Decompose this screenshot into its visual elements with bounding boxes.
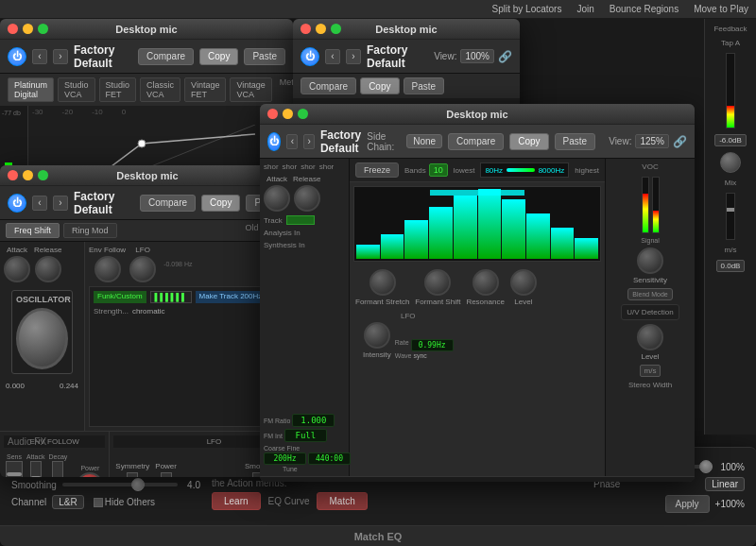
- env-attack-slider[interactable]: [30, 461, 42, 477]
- evoc-copy-button[interactable]: Copy: [509, 133, 548, 150]
- evoc-next[interactable]: ›: [303, 134, 315, 149]
- lfo-power-slider[interactable]: [161, 472, 172, 477]
- comp-tab-studio-vca[interactable]: Studio VCA: [58, 77, 95, 102]
- comp-tab-platinum[interactable]: Platinum Digital: [8, 77, 54, 102]
- evoc-power-button[interactable]: ⏻: [267, 132, 281, 151]
- comp-back-header: ⏻ ‹ › Factory Default Compare Copy Paste: [0, 40, 293, 74]
- close-button[interactable]: [8, 24, 18, 34]
- comp2-copy[interactable]: Copy: [360, 77, 399, 94]
- smoothing-row: Smoothing 4.0: [11, 478, 200, 491]
- evoc-release-knob[interactable]: [294, 185, 320, 212]
- minimize-button[interactable]: [23, 24, 33, 34]
- sens-slider[interactable]: [6, 461, 23, 477]
- comp-back-compare-button[interactable]: Compare: [138, 48, 194, 65]
- smoothing-slider-thumb[interactable]: [131, 478, 145, 491]
- comp2-paste[interactable]: Paste: [404, 77, 445, 94]
- ring-traffic-lights: [8, 170, 48, 180]
- move-to-play[interactable]: Move to Play: [694, 4, 748, 14]
- evoc-link-icon[interactable]: 🔗: [673, 135, 687, 148]
- evoc-formant-shift-knob[interactable]: [424, 269, 451, 296]
- evoc-sidechain-select[interactable]: None: [406, 134, 442, 148]
- uv-detection-box: U/V Detection: [621, 304, 679, 320]
- meter-label[interactable]: Meter: [280, 77, 293, 102]
- comp2-next[interactable]: ›: [346, 49, 361, 64]
- comp-tab-vintage-fet[interactable]: Vintage FET: [184, 77, 226, 102]
- evoc-prev[interactable]: ‹: [286, 134, 298, 149]
- comp2-close[interactable]: [301, 24, 311, 34]
- evoc-paste-button[interactable]: Paste: [555, 133, 596, 150]
- comp2-compare[interactable]: Compare: [301, 77, 356, 94]
- comp2-prev[interactable]: ‹: [325, 49, 340, 64]
- comp-back-next-button[interactable]: ›: [53, 49, 68, 64]
- evoc-analysis-in-label: Analysis In: [264, 229, 345, 237]
- phase-select[interactable]: Linear: [705, 477, 745, 491]
- evoc-sensitivity-knob[interactable]: [637, 247, 663, 274]
- evoc-attack-knob[interactable]: [264, 185, 290, 212]
- comp2-max[interactable]: [331, 24, 341, 34]
- ring-lfo-knob[interactable]: [129, 256, 156, 282]
- evoc-formant-stretch-knob[interactable]: [369, 269, 396, 296]
- comp-back-paste-button[interactable]: Paste: [244, 48, 285, 65]
- ring-release-knob[interactable]: [35, 256, 61, 282]
- osc-main-knob[interactable]: [16, 308, 68, 369]
- evoc-freeze-button[interactable]: Freeze: [355, 162, 399, 178]
- comp-tab-studio-fet[interactable]: Studio FET: [99, 77, 137, 102]
- split-by-locators[interactable]: Split by Locators: [492, 4, 562, 14]
- comp-back-prev-button[interactable]: ‹: [32, 49, 47, 64]
- ring-old-label: Old: [245, 223, 258, 238]
- apply-button[interactable]: Apply: [665, 495, 710, 513]
- comp2-power-button[interactable]: ⏻: [301, 47, 319, 66]
- bounce-regions[interactable]: Bounce Regions: [610, 4, 679, 14]
- comp-back-copy-button[interactable]: Copy: [199, 48, 238, 65]
- feedback-knob[interactable]: [720, 152, 741, 173]
- smoothing-label: Smoothing: [11, 480, 57, 490]
- ring-attack-knob[interactable]: [4, 256, 30, 282]
- shor-label: shor: [264, 162, 279, 171]
- ring-power-button[interactable]: ⏻: [8, 194, 26, 213]
- apply-section: Apply +100%: [593, 495, 745, 513]
- evoc-lfo-intensity-knob[interactable]: [364, 322, 390, 349]
- channel-link-thumb[interactable]: [699, 460, 713, 473]
- mix-slider[interactable]: [726, 193, 735, 240]
- ring-freq-shift-tab[interactable]: Freq Shift: [6, 223, 60, 238]
- comp2-min[interactable]: [316, 24, 326, 34]
- comp-back-power-button[interactable]: ⏻: [8, 47, 26, 66]
- evoc-compare-button[interactable]: Compare: [448, 133, 504, 150]
- comp2-view-pct: 100%: [460, 49, 494, 63]
- ring-min[interactable]: [23, 170, 33, 180]
- evoc-min[interactable]: [283, 109, 293, 119]
- join-item[interactable]: Join: [576, 4, 593, 14]
- channel-select[interactable]: L&R: [52, 495, 83, 509]
- ring-max[interactable]: [38, 170, 48, 180]
- comp-tab-classic[interactable]: Classic VCA: [140, 77, 180, 102]
- signal-label: Signal: [641, 237, 659, 244]
- evoc-body: shor shor shor shor Attack Release Track: [260, 159, 695, 476]
- symmetry-slider[interactable]: [127, 472, 138, 477]
- evoc-level-knob[interactable]: [510, 269, 537, 296]
- smoothing-slider-track[interactable]: [62, 483, 178, 486]
- evoc-bands-label: Bands: [404, 166, 426, 175]
- env-decay-slider[interactable]: [52, 461, 63, 477]
- channel-link-value: 100%: [720, 462, 745, 472]
- learn-button[interactable]: Learn: [212, 492, 261, 510]
- evoc-max[interactable]: [298, 109, 308, 119]
- tap-a-label: Tap A: [721, 39, 740, 47]
- comp2-header: ⏻ ‹ › Factory Default View: 100% 🔗: [293, 40, 520, 74]
- hide-others-checkbox[interactable]: [94, 498, 103, 507]
- comp2-link-icon[interactable]: 🔗: [498, 50, 512, 63]
- comp-tab-vintage-vca[interactable]: Vintage VCA: [230, 77, 271, 102]
- ring-next[interactable]: ›: [53, 196, 68, 211]
- ring-env-follow-knob[interactable]: [94, 256, 121, 282]
- ring-copy-button[interactable]: Copy: [201, 195, 240, 212]
- evoc-coarse-row: Coarse Fine: [264, 445, 345, 452]
- evoc-close[interactable]: [267, 109, 278, 119]
- evoc-level2-knob[interactable]: [637, 324, 663, 350]
- evoc-resonance-knob[interactable]: [472, 269, 499, 296]
- ring-prev[interactable]: ‹: [32, 196, 47, 211]
- ring-compare-button[interactable]: Compare: [140, 195, 196, 212]
- ring-ring-mod-tab[interactable]: Ring Mod: [63, 223, 117, 238]
- env-power-knob[interactable]: [77, 472, 103, 477]
- ring-close[interactable]: [8, 170, 18, 180]
- maximize-button[interactable]: [38, 24, 48, 34]
- match-button[interactable]: Match: [317, 492, 367, 510]
